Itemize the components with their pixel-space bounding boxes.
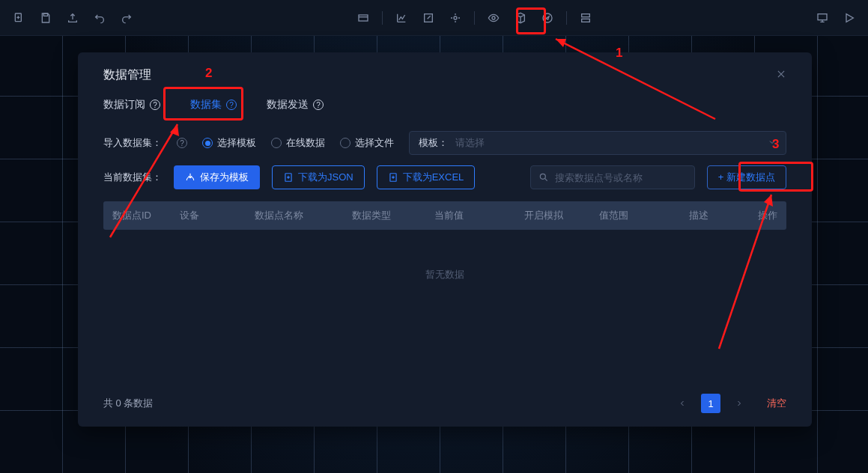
button-label: + 新建数据点 (718, 171, 775, 184)
presentation-icon[interactable] (814, 10, 831, 26)
col-name: 数据点名称 (255, 209, 352, 222)
help-icon: ? (226, 100, 237, 110)
pager-next[interactable] (729, 394, 749, 413)
download-json-button[interactable]: 下载为JSON (272, 165, 365, 189)
button-label: 下载为EXCEL (403, 171, 464, 184)
add-datapoint-button[interactable]: + 新建数据点 (707, 165, 786, 189)
data-table: 数据点ID 设备 数据点名称 数据类型 当前值 开启模拟 值范围 描述 操作 暂… (103, 201, 786, 320)
svg-rect-1 (43, 13, 47, 16)
compass-icon[interactable] (539, 10, 556, 26)
tab-send[interactable]: 数据发送 ? (267, 95, 324, 115)
download-excel-button[interactable]: 下载为EXCEL (377, 165, 476, 189)
top-toolbar (0, 0, 868, 36)
tab-label: 数据集 (190, 98, 222, 112)
chevron-right-icon (735, 399, 744, 408)
col-action: 操作 (710, 209, 777, 222)
select-label: 模板： (419, 136, 448, 150)
template-select[interactable]: 模板： 请选择 (409, 131, 786, 155)
search-input[interactable] (530, 165, 695, 189)
tab-label: 数据订阅 (103, 98, 145, 112)
col-value: 当前值 (434, 209, 524, 222)
redo-icon[interactable] (118, 10, 135, 26)
chevron-left-icon (678, 399, 687, 408)
clear-button[interactable]: 清空 (767, 397, 786, 410)
search-icon (538, 172, 549, 183)
row-count: 共 0 条数据 (103, 397, 153, 410)
button-label: 下载为JSON (298, 171, 353, 184)
table-empty: 暂无数据 (103, 230, 786, 320)
current-label: 当前数据集： (103, 171, 162, 184)
radio-online[interactable]: 在线数据 (271, 136, 325, 150)
pager-prev[interactable] (673, 394, 692, 413)
svg-point-4 (454, 16, 457, 19)
eye-icon[interactable] (485, 10, 502, 26)
chart-icon[interactable] (393, 10, 410, 26)
dialog-tabs: 数据订阅 ? 数据集 ? 数据发送 ? (103, 95, 786, 115)
button-label: 保存为模板 (200, 171, 249, 184)
scene-icon[interactable] (355, 10, 371, 26)
chevron-down-icon (768, 138, 777, 149)
cube-icon[interactable] (512, 10, 529, 26)
col-simulate: 开启模拟 (524, 209, 599, 222)
col-type: 数据类型 (352, 209, 434, 222)
radio-file[interactable]: 选择文件 (340, 136, 394, 150)
save-template-button[interactable]: 保存为模板 (174, 165, 260, 189)
select-placeholder: 请选择 (455, 136, 485, 150)
svg-rect-2 (359, 15, 368, 21)
target-small-icon[interactable] (447, 10, 464, 26)
help-icon: ? (313, 100, 324, 110)
data-manage-icon[interactable] (577, 10, 594, 26)
help-icon[interactable]: ? (177, 138, 187, 148)
radio-label: 在线数据 (286, 136, 325, 150)
search-field[interactable] (555, 172, 687, 183)
radio-label: 选择文件 (355, 136, 394, 150)
save-icon[interactable] (37, 10, 54, 26)
tab-label: 数据发送 (267, 98, 309, 112)
col-device: 设备 (180, 209, 255, 222)
undo-icon[interactable] (91, 10, 108, 26)
col-id: 数据点ID (112, 209, 180, 222)
col-desc: 描述 (689, 209, 710, 222)
col-range: 值范围 (599, 209, 689, 222)
radio-template[interactable]: 选择模板 (202, 136, 256, 150)
new-file-icon[interactable] (10, 10, 27, 26)
tab-subscribe[interactable]: 数据订阅 ? (103, 95, 160, 115)
close-icon[interactable] (776, 69, 786, 82)
tab-dataset[interactable]: 数据集 ? (190, 95, 237, 115)
import-label: 导入数据集： (103, 136, 162, 150)
help-icon: ? (150, 100, 160, 110)
table-header: 数据点ID 设备 数据点名称 数据类型 当前值 开启模拟 值范围 描述 操作 (103, 201, 786, 230)
pager-current[interactable]: 1 (701, 394, 720, 413)
data-manage-dialog: 数据管理 数据订阅 ? 数据集 ? 数据发送 ? 导入数据集： ? 选择模板 在… (78, 52, 812, 427)
play-icon[interactable] (841, 10, 858, 26)
svg-point-12 (540, 174, 545, 179)
svg-rect-9 (818, 13, 827, 19)
upload-icon[interactable] (64, 10, 81, 26)
svg-rect-7 (582, 13, 590, 16)
radio-label: 选择模板 (217, 136, 256, 150)
edit-box-icon[interactable] (420, 10, 437, 26)
svg-point-5 (492, 16, 495, 19)
dialog-title: 数据管理 (103, 67, 151, 83)
svg-rect-8 (582, 19, 590, 22)
